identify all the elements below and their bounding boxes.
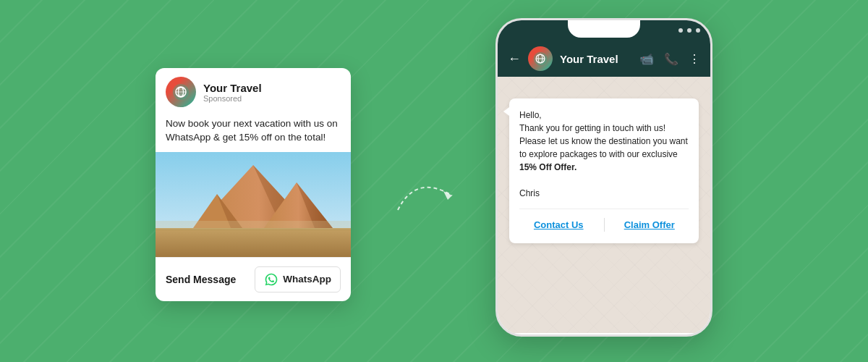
topbar-brand-name: Your Travel — [560, 53, 632, 65]
arrow-connector — [394, 167, 452, 224]
message-action-buttons: Contact Us Claim Offer — [519, 209, 689, 233]
message-signature: Chris — [519, 188, 540, 198]
message-line1: Thank you for getting in touch with us! — [519, 123, 665, 133]
ad-footer: Send Message WhatsApp — [156, 257, 351, 301]
more-options-icon[interactable]: ⋮ — [689, 52, 700, 66]
phone-notch — [568, 20, 640, 38]
button-divider — [604, 218, 605, 232]
ad-sponsored-label: Sponsored — [203, 94, 262, 103]
message-line2: Please let us know the destination you w… — [519, 136, 688, 159]
claim-offer-button[interactable]: Claim Offer — [610, 216, 689, 233]
message-bubble: Hello, Thank you for getting in touch wi… — [509, 98, 699, 243]
svg-rect-13 — [156, 221, 351, 230]
message-bold: 15% Off Offer. — [519, 162, 576, 172]
topbar-logo — [528, 46, 553, 71]
ad-pyramid-image — [156, 152, 351, 257]
send-message-label: Send Message — [166, 274, 236, 285]
ad-card: Your Travel Sponsored Now book your next… — [156, 68, 351, 301]
signal-dot-1 — [678, 28, 683, 33]
message-text: Hello, Thank you for getting in touch wi… — [519, 109, 689, 200]
ad-header: Your Travel Sponsored — [156, 68, 351, 111]
whatsapp-label: WhatsApp — [283, 274, 331, 285]
signal-dot-3 — [696, 28, 700, 33]
whatsapp-button[interactable]: WhatsApp — [255, 266, 341, 292]
video-call-icon[interactable]: 📹 — [639, 52, 654, 66]
message-greeting: Hello, — [519, 110, 542, 120]
phone-topbar: ← Your Travel 📹 📞 ⋮ — [498, 41, 710, 77]
signal-dot-2 — [687, 28, 692, 33]
svg-rect-5 — [156, 228, 351, 257]
ad-brand-name: Your Travel — [203, 82, 262, 94]
phone-mockup: ← Your Travel 📹 📞 ⋮ Hello, — [495, 18, 712, 337]
ad-body-text: Now book your next vacation with us on W… — [156, 111, 351, 152]
topbar-icons: 📹 📞 ⋮ — [639, 52, 700, 66]
contact-us-button[interactable]: Contact Us — [519, 216, 598, 233]
whatsapp-icon — [264, 272, 278, 287]
ad-logo — [166, 77, 196, 107]
main-scene: Your Travel Sponsored Now book your next… — [0, 0, 868, 362]
ad-title-block: Your Travel Sponsored — [203, 82, 262, 103]
back-arrow-icon[interactable]: ← — [508, 51, 521, 67]
call-icon[interactable]: 📞 — [664, 52, 678, 66]
chat-area: Hello, Thank you for getting in touch wi… — [498, 77, 710, 333]
